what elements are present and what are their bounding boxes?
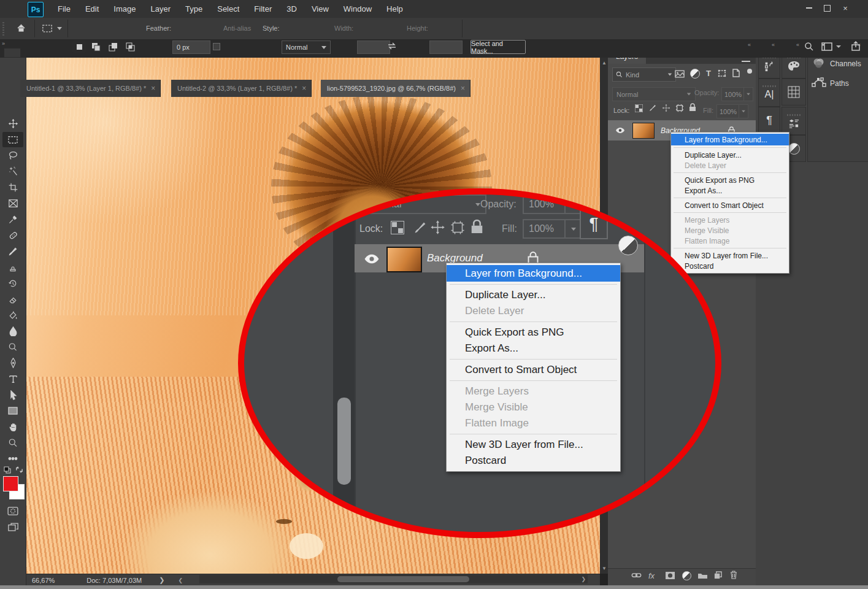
clone-stamp-tool[interactable]: [2, 260, 23, 275]
channels-label[interactable]: Channels: [830, 60, 861, 68]
fill-chevron[interactable]: [739, 104, 748, 118]
hscroll-right-icon[interactable]: ❯: [581, 576, 586, 582]
menu-filter[interactable]: Filter: [247, 0, 279, 18]
menu-item-quick-export-png[interactable]: Quick Export as PNG: [671, 175, 789, 185]
rectangle-tool[interactable]: [2, 403, 23, 418]
blend-mode-select[interactable]: Normal: [612, 87, 696, 101]
inset-menu-item-new-3d-layer[interactable]: New 3D Layer from File...: [447, 437, 620, 453]
menu-item-layer-from-background[interactable]: Layer from Background...: [671, 134, 789, 145]
filter-adjustment-layers-icon[interactable]: [690, 69, 700, 79]
history-brush-tool[interactable]: [2, 275, 23, 291]
lock-artboard-icon[interactable]: [675, 104, 684, 112]
menu-select[interactable]: Select: [210, 0, 247, 18]
layer-filter-select[interactable]: Kind: [612, 67, 676, 82]
menu-item-export-as[interactable]: Export As...: [671, 185, 789, 196]
feather-input[interactable]: 0 px: [172, 40, 210, 54]
hand-tool[interactable]: [2, 419, 23, 434]
crop-tool[interactable]: [2, 180, 23, 195]
layer-thumbnail[interactable]: [632, 123, 655, 139]
lock-all-icon[interactable]: [689, 103, 696, 112]
tab-close-icon[interactable]: ×: [151, 84, 155, 93]
inset-menu-item-quick-export-png[interactable]: Quick Export as PNG: [447, 325, 620, 341]
tab-lion-image[interactable]: lion-5799523_1920.jpg @ 66,7% (RGB/8#) ×: [321, 80, 470, 97]
menu-image[interactable]: Image: [106, 0, 143, 18]
dock-character-button[interactable]: A|: [758, 79, 780, 107]
spot-healing-brush-tool[interactable]: [2, 228, 23, 243]
select-and-mask-button[interactable]: Select and Mask...: [470, 40, 526, 54]
frame-tool[interactable]: [2, 196, 23, 211]
maximize-button[interactable]: [818, 0, 835, 16]
home-icon[interactable]: [15, 23, 27, 34]
inset-menu-item-postcard[interactable]: Postcard: [447, 453, 620, 469]
menu-item-postcard[interactable]: Postcard: [671, 261, 789, 271]
paths-label[interactable]: Paths: [830, 79, 849, 88]
tab-close-icon[interactable]: ×: [302, 84, 306, 93]
edit-toolbar-icon[interactable]: [2, 451, 23, 466]
menu-layer[interactable]: Layer: [144, 0, 179, 18]
menu-help[interactable]: Help: [379, 0, 410, 18]
selection-subtract-icon[interactable]: [107, 40, 120, 53]
toolbar-expand-icon[interactable]: »: [2, 40, 4, 47]
paint-bucket-tool[interactable]: [2, 307, 23, 323]
dodge-tool[interactable]: [2, 339, 23, 355]
menu-item-convert-smart-object[interactable]: Convert to Smart Object: [671, 200, 789, 210]
height-input[interactable]: [429, 40, 463, 54]
tab-untitled-2[interactable]: Untitled-2 @ 33,3% (Layer 1, RGB/8#) * ×: [171, 80, 312, 97]
type-tool[interactable]: [2, 371, 23, 387]
dock-libraries-button[interactable]: [782, 107, 806, 135]
delete-layer-icon[interactable]: [730, 571, 737, 579]
tool-preset-marquee-icon[interactable]: [40, 23, 54, 34]
adjustment-layer-icon[interactable]: [682, 571, 691, 580]
eraser-tool[interactable]: [2, 291, 23, 307]
inset-menu-item-layer-from-background[interactable]: Layer from Background...: [447, 265, 620, 282]
workspace-chevron-icon[interactable]: [836, 45, 841, 48]
status-expand-icon[interactable]: ❯: [159, 576, 164, 584]
style-select[interactable]: Normal: [282, 40, 331, 54]
opacity-chevron[interactable]: [743, 87, 753, 101]
foreground-color-swatch[interactable]: [3, 476, 18, 491]
menu-window[interactable]: Window: [336, 0, 379, 18]
filter-shape-layers-icon[interactable]: [717, 69, 727, 78]
dock2-collapse-icon[interactable]: «: [796, 42, 799, 48]
move-tool[interactable]: [2, 116, 23, 131]
quick-mask-icon[interactable]: [2, 503, 23, 518]
lock-pixels-icon[interactable]: [648, 104, 657, 112]
layer-styles-icon[interactable]: fx: [648, 571, 655, 580]
share-icon[interactable]: [850, 40, 861, 52]
menu-item-duplicate-layer[interactable]: Duplicate Layer...: [671, 150, 789, 160]
selection-add-icon[interactable]: [90, 40, 103, 53]
eyedropper-tool[interactable]: [2, 212, 23, 227]
anti-alias-checkbox[interactable]: [213, 43, 220, 50]
rectangular-marquee-tool[interactable]: [2, 132, 23, 147]
menu-3d[interactable]: 3D: [279, 0, 304, 18]
selection-intersect-icon[interactable]: [124, 40, 137, 53]
search-icon[interactable]: [804, 41, 815, 52]
new-group-icon[interactable]: [697, 572, 708, 579]
menu-type[interactable]: Type: [178, 0, 210, 18]
layers-dock-collapse-icon[interactable]: «: [748, 42, 750, 48]
width-input[interactable]: [357, 40, 390, 54]
menu-edit[interactable]: Edit: [78, 0, 106, 18]
new-layer-icon[interactable]: [714, 571, 722, 579]
workspace-icon[interactable]: [821, 42, 833, 52]
filter-pixel-layers-icon[interactable]: [674, 69, 685, 79]
default-colors-icon[interactable]: [4, 466, 11, 474]
inset-menu-item-export-as[interactable]: Export As...: [447, 341, 620, 356]
selection-new-icon[interactable]: [72, 40, 86, 53]
layer-visibility-icon[interactable]: [615, 127, 625, 134]
inset-menu-item-convert-smart-object[interactable]: Convert to Smart Object: [447, 362, 620, 378]
add-mask-icon[interactable]: [665, 571, 675, 580]
screen-mode-icon[interactable]: [2, 519, 23, 534]
inset-menu-item-duplicate-layer[interactable]: Duplicate Layer...: [447, 287, 620, 303]
minimize-button[interactable]: [801, 0, 818, 16]
swap-colors-icon[interactable]: [15, 465, 23, 474]
tool-preset-chevron-icon[interactable]: [57, 27, 62, 30]
blur-tool[interactable]: [2, 323, 23, 339]
scroll-down-icon[interactable]: ▼: [602, 566, 607, 571]
filter-smart-objects-icon[interactable]: [732, 68, 740, 78]
zoom-tool[interactable]: [2, 435, 23, 450]
close-button[interactable]: ×: [837, 0, 854, 16]
quick-selection-tool[interactable]: [2, 164, 23, 179]
hscroll-left-icon[interactable]: ❮: [178, 577, 183, 583]
hscroll-thumb[interactable]: [337, 576, 469, 582]
